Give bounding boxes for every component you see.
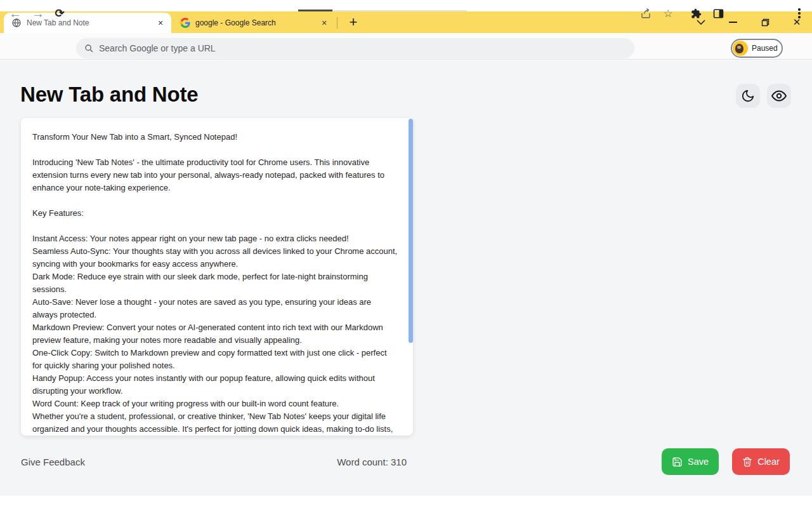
address-search-input[interactable] xyxy=(99,38,634,58)
note-card: Transform Your New Tab into a Smart, Syn… xyxy=(21,118,413,436)
search-icon xyxy=(84,44,93,53)
puzzle-icon xyxy=(691,8,702,19)
word-count-label: Word count: 310 xyxy=(280,456,407,469)
page-title: New Tab and Note xyxy=(20,83,198,107)
eye-icon xyxy=(771,88,787,104)
note-textarea[interactable]: Transform Your New Tab into a Smart, Syn… xyxy=(32,131,398,436)
side-panel-button[interactable] xyxy=(709,0,728,27)
sync-paused-badge: Paused xyxy=(752,44,778,53)
omnibox[interactable] xyxy=(76,38,634,58)
note-scrollbar-thumb[interactable] xyxy=(409,119,413,343)
tab-separator xyxy=(337,17,337,29)
save-icon xyxy=(672,457,683,467)
save-button[interactable]: Save xyxy=(662,448,719,475)
kebab-menu-icon xyxy=(798,8,800,18)
restore-icon xyxy=(761,18,769,27)
reload-button[interactable]: ⟳ xyxy=(50,0,69,27)
extensions-button[interactable] xyxy=(686,0,705,27)
browser-window: New Tab and Note ✕ google - Google Searc… xyxy=(0,0,812,508)
share-button[interactable] xyxy=(636,0,655,27)
forward-button[interactable]: → xyxy=(28,0,48,27)
moon-icon xyxy=(741,89,755,103)
preview-toggle-button[interactable] xyxy=(767,84,791,108)
tab-close-button[interactable]: ✕ xyxy=(318,17,330,29)
tab-title: google - Google Search xyxy=(195,18,318,27)
profile-avatar xyxy=(733,41,748,56)
tab-close-button[interactable]: ✕ xyxy=(155,17,166,29)
google-g-icon xyxy=(180,18,190,28)
minimize-icon xyxy=(729,22,737,23)
give-feedback-link[interactable]: Give Feedback xyxy=(21,456,85,469)
back-button[interactable]: ← xyxy=(5,0,25,27)
new-tab-button[interactable]: + xyxy=(344,13,362,31)
restore-button[interactable] xyxy=(756,11,775,33)
trash-icon xyxy=(742,457,752,467)
clear-button-label: Clear xyxy=(757,457,780,467)
profile-button[interactable]: Paused xyxy=(731,39,783,58)
dark-mode-toggle-button[interactable] xyxy=(736,84,760,108)
share-icon xyxy=(640,8,652,19)
bookmark-button[interactable]: ☆ xyxy=(658,0,678,27)
clear-button[interactable]: Clear xyxy=(732,448,790,475)
side-panel-icon xyxy=(713,8,724,19)
browser-menu-button[interactable] xyxy=(790,0,808,27)
tab-google-search[interactable]: google - Google Search ✕ xyxy=(173,13,335,33)
page-bottom-strip xyxy=(0,496,812,508)
save-button-label: Save xyxy=(688,457,709,467)
